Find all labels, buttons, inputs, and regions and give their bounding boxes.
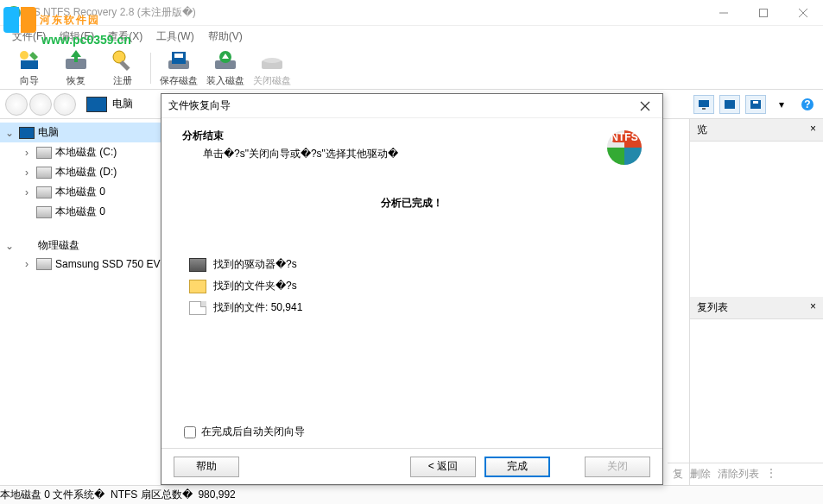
drive-icon [36, 147, 52, 159]
view-btn-3[interactable] [745, 95, 766, 114]
preview-header[interactable]: 览 × [690, 119, 823, 142]
minimize-button[interactable] [704, 0, 744, 26]
tool-wizard[interactable]: 向导 [7, 48, 52, 87]
tree-computer[interactable]: ⌄ 电脑 [0, 123, 174, 142]
sidebar: ⌄ 电脑 › 本地磁盘 (C:) › 本地磁盘 (D:) › 本地磁盘 0 本地… [0, 119, 174, 485]
svg-point-15 [263, 58, 281, 63]
tool-recover[interactable]: 恢复 [54, 48, 98, 87]
drive-icon [36, 167, 52, 179]
status-sectors-val: 980,992 [198, 488, 235, 501]
view-btn-2[interactable] [719, 95, 740, 114]
folder-icon [189, 280, 206, 293]
help-btn[interactable]: ? [797, 95, 818, 114]
toolbar: 向导 恢复 注册 保存磁盘 装入磁盘 关闭磁盘 [0, 47, 823, 90]
dialog-results: 找到的驱动器�?s 找到的文件夹�?s 找到的文件: 50,941 [189, 254, 642, 318]
watermark-logo [3, 3, 36, 36]
watermark: 河东软件园 www.pc0359.cn [3, 3, 131, 47]
tool-savedisk[interactable]: 保存磁盘 [156, 48, 201, 87]
svg-rect-17 [702, 108, 706, 110]
drive-icon [36, 206, 52, 218]
result-files: 找到的文件: 50,941 [189, 297, 642, 318]
tree-physical[interactable]: ⌄ 物理磁盘 [0, 236, 174, 255]
maximize-button[interactable] [744, 0, 783, 26]
svg-rect-18 [725, 100, 735, 109]
monitor-icon [698, 99, 710, 110]
tree-drive-c[interactable]: › 本地磁盘 (C:) [0, 142, 174, 162]
svg-rect-20 [753, 101, 758, 104]
register-icon [111, 48, 135, 72]
dialog-close-button[interactable] [635, 98, 655, 115]
right-actions: 复 删除 清除列表 ⋮ [668, 463, 823, 485]
recovlist-header[interactable]: 复列表 × [690, 297, 823, 319]
svg-rect-16 [699, 100, 709, 107]
dialog-titlebar: 文件恢复向导 [161, 94, 662, 118]
dialog-done-text: 分析已完成！ [182, 196, 642, 211]
menu-help[interactable]: 帮助(V) [203, 28, 248, 46]
back-button[interactable]: < 返回 [410, 457, 476, 477]
savedisk-icon [167, 48, 191, 72]
chevron-down-icon[interactable]: ⌄ [3, 240, 16, 252]
wizard-icon [17, 48, 41, 72]
tree-drive-d[interactable]: › 本地磁盘 (D:) [0, 162, 174, 182]
right-panel: 览 × 复列表 × 复 删除 清除列表 ⋮ [689, 119, 823, 485]
tree-disk0-b[interactable]: 本地磁盘 0 [0, 202, 174, 222]
dialog-body: 分析结束 单击�?s"关闭向导或�?s"选择其他驱动� NTFS 分析已完成！ … [161, 118, 662, 448]
nav-back[interactable] [5, 93, 28, 116]
ntfs-icon: NTFS [604, 127, 645, 168]
nav-up[interactable] [54, 93, 76, 116]
computer-icon [86, 97, 107, 112]
save-icon [750, 99, 762, 110]
menu-tools[interactable]: 工具(W) [151, 28, 199, 46]
chevron-right-icon[interactable]: › [21, 258, 33, 270]
action-recover[interactable]: 复 [673, 467, 683, 482]
close-icon [640, 101, 650, 111]
close-icon[interactable]: × [810, 300, 816, 315]
thumb-icon [724, 99, 736, 110]
result-folders: 找到的文件夹�?s [189, 275, 642, 297]
status-diskname: 本地磁盘 0 [0, 488, 50, 501]
close-button[interactable]: 关闭 [585, 457, 650, 477]
chevron-right-icon[interactable]: › [21, 167, 33, 179]
help-button[interactable]: 帮助 [174, 457, 239, 477]
status-fs-val: NTFS [111, 488, 137, 501]
drive-icon [36, 186, 52, 198]
chevron-down-icon[interactable]: ⌄ [3, 127, 16, 139]
ssd-icon [36, 258, 52, 270]
svg-point-5 [20, 51, 28, 60]
tool-register[interactable]: 注册 [100, 48, 145, 87]
close-icon[interactable]: × [810, 123, 816, 137]
dialog-footer: 帮助 < 返回 完成 关闭 [161, 448, 662, 484]
autoclose-row[interactable]: 在完成后自动关闭向导 [184, 425, 305, 439]
dialog-heading: 分析结束 [182, 129, 642, 143]
dropdown-btn[interactable]: ▾ [771, 95, 792, 114]
finish-button[interactable]: 完成 [484, 457, 550, 477]
result-drives: 找到的驱动器�?s [189, 254, 642, 275]
tree-disk0-a[interactable]: › 本地磁盘 0 [0, 182, 174, 202]
svg-text:?: ? [804, 98, 810, 110]
close-button[interactable] [783, 0, 823, 26]
tree-ssd[interactable]: › Samsung SSD 750 EVO [0, 255, 174, 273]
action-delete[interactable]: 删除 [690, 467, 711, 482]
dialog-subtext: 单击�?s"关闭向导或�?s"选择其他驱动� [203, 147, 642, 161]
tool-closedisk[interactable]: 关闭磁盘 [250, 48, 294, 87]
file-icon [189, 301, 206, 315]
recover-icon [64, 48, 88, 72]
action-clearlist[interactable]: 清除列表 [718, 467, 759, 482]
status-fs-label: 文件系统� [53, 488, 104, 501]
closedisk-icon [260, 48, 284, 72]
autoclose-label: 在完成后自动关闭向导 [201, 425, 305, 439]
tool-loaddisk[interactable]: 装入磁盘 [203, 48, 248, 87]
view-btn-1[interactable] [693, 95, 714, 114]
wizard-dialog: 文件恢复向导 分析结束 单击�?s"关闭向导或�?s"选择其他驱动� NTFS … [161, 93, 663, 485]
drive-icon [189, 258, 206, 272]
chevron-right-icon[interactable]: › [21, 186, 33, 198]
action-more[interactable]: ⋮ [766, 467, 776, 482]
status-sectors-label: 扇区总数� [141, 488, 193, 501]
svg-rect-11 [174, 54, 183, 58]
svg-text:NTFS: NTFS [611, 131, 637, 143]
nav-forward[interactable] [29, 93, 52, 116]
computer-icon [19, 127, 35, 139]
svg-rect-8 [119, 60, 130, 71]
autoclose-checkbox[interactable] [184, 426, 196, 438]
chevron-right-icon[interactable]: › [21, 147, 33, 159]
